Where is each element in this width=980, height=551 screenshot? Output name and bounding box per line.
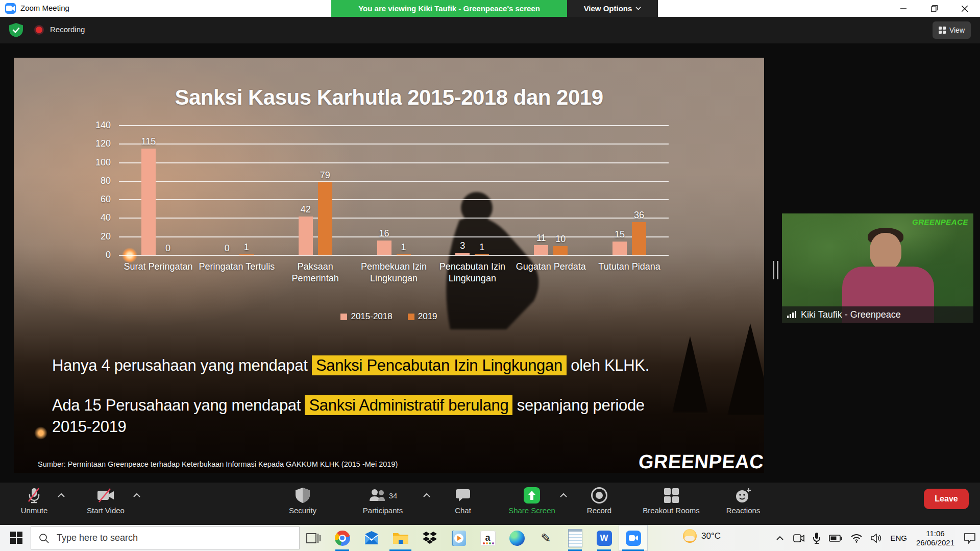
bar-2019 bbox=[397, 254, 411, 255]
participant-video-tile[interactable]: GREENPEACE Kiki Taufik - Greenpeace bbox=[782, 213, 973, 323]
recording-indicator-icon[interactable] bbox=[36, 27, 42, 33]
chevron-up-icon bbox=[776, 536, 784, 541]
taskbar-clock[interactable]: 11:06 26/06/2021 bbox=[911, 529, 960, 547]
participants-button[interactable]: 34 Participants bbox=[345, 487, 421, 515]
grid-view-icon bbox=[939, 27, 946, 34]
tray-meet-now[interactable] bbox=[788, 525, 808, 551]
temperature-label: 30°C bbox=[701, 531, 721, 541]
reactions-button[interactable]: Reactions bbox=[705, 487, 781, 515]
chart-legend: 2015-20182019 bbox=[14, 312, 764, 322]
taskbar-mail[interactable] bbox=[357, 525, 386, 551]
para1-text-end: oleh KLHK. bbox=[571, 356, 649, 374]
viewing-screen-banner: You are viewing Kiki Taufik - Greenpeace… bbox=[331, 0, 567, 17]
taskbar-pen-app[interactable]: ✎ bbox=[531, 525, 560, 551]
bar-with-label: 11 bbox=[534, 233, 548, 255]
x-axis-category-label: Paksaan Pemerintah bbox=[277, 261, 354, 285]
chat-bubble-icon bbox=[455, 487, 471, 504]
share-screen-icon bbox=[524, 487, 540, 504]
chat-button[interactable]: Chat bbox=[425, 487, 501, 515]
chevron-down-icon bbox=[635, 7, 641, 10]
start-button-icon[interactable] bbox=[10, 532, 22, 544]
record-icon bbox=[591, 487, 607, 504]
zoom-taskbar-icon bbox=[626, 531, 641, 546]
tray-wifi[interactable] bbox=[846, 525, 867, 551]
x-axis-category-label: Tututan Pidana bbox=[591, 261, 668, 273]
taskbar-search[interactable] bbox=[31, 526, 300, 549]
battery-icon bbox=[829, 535, 842, 542]
breakout-rooms-button[interactable]: Breakout Rooms bbox=[633, 487, 709, 515]
tray-show-hidden-icons[interactable] bbox=[772, 525, 788, 551]
bar-value-label: 1 bbox=[479, 242, 484, 253]
bar-value-label: 0 bbox=[225, 243, 230, 254]
bar-with-label: 115 bbox=[141, 136, 156, 255]
search-input[interactable] bbox=[56, 532, 272, 544]
security-shield-icon bbox=[296, 487, 310, 504]
breakout-rooms-icon bbox=[664, 488, 679, 503]
clock-date: 26/06/2021 bbox=[916, 538, 954, 547]
task-view-icon bbox=[306, 532, 321, 545]
meeting-info-bar: Recording View bbox=[0, 17, 980, 43]
media-player-icon bbox=[452, 531, 466, 546]
task-view-button[interactable] bbox=[299, 525, 328, 551]
unmute-button[interactable]: Unmute bbox=[0, 487, 72, 515]
taskbar-zoom[interactable] bbox=[619, 525, 648, 551]
microphone-muted-icon bbox=[27, 487, 42, 504]
search-icon bbox=[39, 533, 49, 543]
unmute-label: Unmute bbox=[21, 506, 48, 515]
video-panel-handle[interactable] bbox=[773, 261, 778, 279]
restore-button[interactable] bbox=[919, 0, 949, 17]
minimize-button[interactable] bbox=[888, 0, 919, 17]
y-axis-tick-label: 140 bbox=[95, 120, 111, 131]
video-options-chevron[interactable] bbox=[133, 493, 141, 498]
chart-category-group: 161Pembekuan Izin Lingkungan bbox=[355, 126, 433, 255]
share-screen-button[interactable]: Share Screen bbox=[494, 487, 570, 515]
window-title: Zoom Meeting bbox=[20, 4, 69, 12]
chat-label: Chat bbox=[455, 506, 471, 515]
para2-highlight: Sanksi Administratif berulang bbox=[305, 395, 512, 415]
window-controls bbox=[888, 0, 980, 17]
taskbar-media-player[interactable] bbox=[444, 525, 473, 551]
unmute-options-chevron[interactable] bbox=[57, 493, 65, 498]
taskbar-notepad[interactable] bbox=[560, 525, 590, 551]
start-video-button[interactable]: Start Video bbox=[67, 487, 144, 515]
breakout-rooms-label: Breakout Rooms bbox=[643, 506, 700, 515]
view-options-label: View Options bbox=[584, 4, 632, 13]
chart-title: Sanksi Kasus Karhutla 2015-2018 dan 2019 bbox=[14, 85, 764, 110]
meeting-control-bar: Unmute Start Video Security 34 Participa… bbox=[0, 483, 980, 525]
tray-volume[interactable] bbox=[867, 525, 886, 551]
windows-taskbar: a ✎ W 30°C bbox=[0, 525, 980, 551]
record-button[interactable]: Record bbox=[561, 487, 638, 515]
taskbar-weather[interactable]: 30°C bbox=[683, 529, 721, 543]
view-options-dropdown[interactable]: View Options bbox=[567, 0, 658, 17]
record-label: Record bbox=[587, 506, 611, 515]
slide-paragraph-1: Hanya 4 perusahaan yang mendapat Sanksi … bbox=[52, 355, 746, 376]
tray-battery[interactable] bbox=[825, 525, 846, 551]
taskbar-edge[interactable] bbox=[502, 525, 531, 551]
bar-value-label: 3 bbox=[460, 241, 465, 251]
notification-center-button[interactable] bbox=[960, 525, 980, 551]
tray-microphone[interactable] bbox=[808, 525, 825, 551]
leave-button[interactable]: Leave bbox=[924, 489, 969, 509]
bar-with-label: 0 bbox=[220, 243, 234, 255]
taskbar-wps[interactable]: W bbox=[590, 525, 619, 551]
bar-with-label: 10 bbox=[553, 234, 568, 255]
close-button[interactable] bbox=[949, 0, 980, 17]
taskbar-file-explorer[interactable] bbox=[386, 525, 415, 551]
participants-icon bbox=[369, 489, 386, 502]
meeting-info-shield-icon[interactable] bbox=[9, 23, 23, 39]
security-button[interactable]: Security bbox=[264, 487, 341, 515]
view-layout-button[interactable]: View bbox=[933, 21, 971, 39]
participants-count: 34 bbox=[389, 491, 398, 500]
chrome-icon bbox=[335, 531, 350, 546]
clock-time: 11:06 bbox=[916, 529, 954, 538]
y-axis-tick-label: 20 bbox=[101, 231, 111, 242]
language-indicator[interactable]: ENG bbox=[886, 525, 911, 551]
share-screen-label: Share Screen bbox=[508, 506, 555, 515]
taskbar-amazon[interactable]: a bbox=[473, 525, 502, 551]
bar-2015-2018 bbox=[377, 241, 391, 255]
taskbar-dropbox[interactable] bbox=[415, 525, 444, 551]
taskbar-chrome[interactable] bbox=[328, 525, 357, 551]
para2-text: Ada 15 Perusahaan yang mendapat bbox=[52, 396, 301, 414]
bar-with-label: 0 bbox=[161, 243, 175, 255]
pen-icon: ✎ bbox=[541, 531, 551, 545]
